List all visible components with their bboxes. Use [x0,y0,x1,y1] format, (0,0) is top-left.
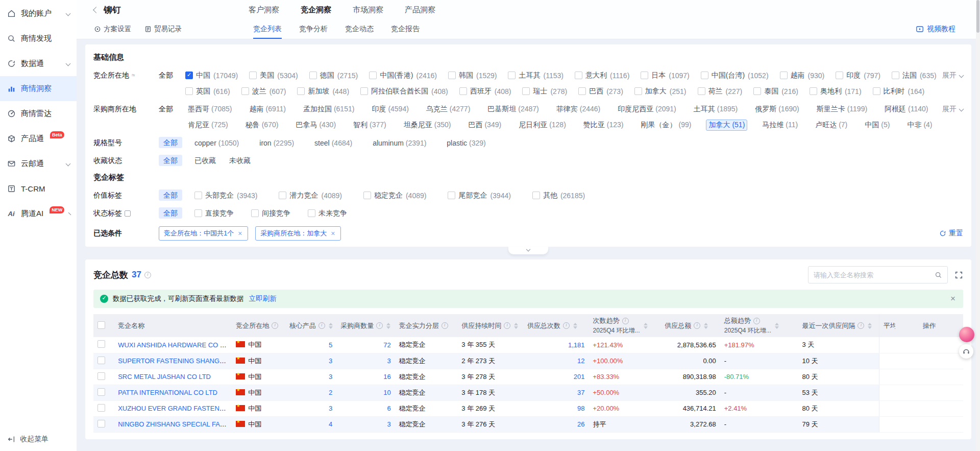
collapse-menu-button[interactable]: 收起菜单 [7,435,48,444]
table-row[interactable]: NINGBO ZHISHANG SPECIAL FAST... 中国 4 3 稳… [93,416,963,432]
buyers-count[interactable]: 72 [383,341,390,349]
checkbox[interactable] [508,72,516,79]
checkbox[interactable] [194,192,202,199]
checkbox[interactable] [810,87,817,95]
sidebar-item-tcrm[interactable]: T-CRM [0,176,77,201]
country-filter-option[interactable]: 泰国 (216) [753,87,798,96]
sort-icon[interactable] [514,323,518,329]
buyers-count[interactable]: 10 [383,389,390,396]
back-icon[interactable] [93,7,100,13]
country-filter-option[interactable]: 越南 (930) [780,71,825,80]
country-filter-option[interactable]: 韩国 (1529) [448,71,497,80]
buyer-country-option[interactable]: 赞比亚 (123) [581,120,626,131]
subtab-competitor-list[interactable]: 竞企列表 [253,19,282,39]
checkbox[interactable] [309,72,317,79]
sort-icon[interactable] [868,323,872,329]
value-tag-option[interactable]: 头部竞企 (3943) [194,191,257,200]
country-filter-option[interactable]: 西班牙 (408) [459,87,511,96]
company-name-link[interactable]: XUZHOU EVER GRAND FASTENERS... [118,405,232,412]
search-icon[interactable] [935,271,942,279]
scrollbar-thumb[interactable] [976,0,979,33]
supply-count[interactable]: 98 [577,405,584,412]
checkbox[interactable] [641,72,648,79]
selected-filter-tag[interactable]: 采购商所在地：加拿大 [255,226,341,241]
core-products-count[interactable]: 3 [329,405,332,412]
core-products-count[interactable]: 2 [329,389,332,396]
buyer-country-option[interactable]: 俄罗斯 (1690) [752,104,801,115]
country-filter-option[interactable]: 美国 (5304) [249,71,298,80]
country-filter-option[interactable]: 法国 (635) [892,71,937,80]
buyer-country-option[interactable]: 中非 (4) [904,120,935,131]
checkbox[interactable] [185,72,193,79]
filter-all-button[interactable]: 全部 [159,103,173,114]
filter-all-button[interactable]: 全部 [159,155,182,166]
supply-count[interactable]: 37 [577,389,584,396]
buyer-country-option[interactable]: 斯里兰卡 (1199) [814,104,870,115]
video-tutorial-button[interactable]: 视频教程 [916,25,955,34]
expand-button[interactable]: 展开 [942,101,963,117]
table-row[interactable]: WUXI ANSHIDA HARDWARE CO LTD 中国 5 72 稳定竞… [93,337,963,353]
subtab-competitor-report[interactable]: 竞企报告 [391,19,420,39]
checkbox[interactable] [522,87,530,95]
country-filter-option[interactable]: 英国 (616) [185,87,230,96]
company-name-link[interactable]: SUPERTOR FASTENING SHANGHAI... [118,357,232,365]
status-tag-option[interactable]: 间接竞争 [251,209,290,218]
buyer-country-option[interactable]: 土耳其 (1895) [691,104,740,115]
country-filter-option[interactable]: 新加坡 (448) [297,87,349,96]
checkbox[interactable] [241,87,249,95]
checkbox[interactable] [448,72,456,79]
buyer-country-option[interactable]: 巴基斯坦 (2487) [485,104,541,115]
checkbox[interactable] [249,72,257,79]
company-name-link[interactable]: NINGBO ZHISHANG SPECIAL FAST... [118,420,232,428]
core-products-count[interactable]: 3 [329,373,332,381]
sort-icon[interactable] [386,323,390,329]
tab-competitor-insight[interactable]: 竞企洞察 [301,5,331,15]
fullscreen-icon[interactable] [954,271,963,279]
company-name-link[interactable]: SRC METAL JIASHAN CO LTD [118,373,211,381]
buyers-count[interactable]: 6 [387,405,391,412]
value-tag-option[interactable]: 稳定竞企 (4089) [363,191,426,200]
spec-option[interactable]: copper (1050) [194,139,239,147]
row-checkbox[interactable] [97,340,105,348]
checkbox[interactable] [448,192,455,199]
value-tag-option[interactable]: 潜力竞企 (4089) [279,191,341,200]
service-avatar[interactable] [959,327,974,342]
checkbox[interactable] [873,87,880,95]
supply-count[interactable]: 26 [577,420,584,428]
filter-all-button[interactable]: 全部 [159,137,182,148]
buyer-country-option[interactable]: 巴拿马 (430) [293,120,338,131]
core-products-count[interactable]: 5 [329,341,332,349]
select-all-checkbox[interactable] [97,321,105,329]
close-icon[interactable] [331,230,336,238]
checkbox[interactable] [185,87,193,95]
filter-all-button[interactable]: 全部 [159,207,182,219]
checkbox[interactable] [360,87,368,95]
spec-option[interactable]: plastic (329) [447,139,485,147]
plan-settings-button[interactable]: 方案设置 [94,25,131,34]
status-tag-option[interactable]: 未来竞争 [308,209,347,218]
country-filter-option[interactable]: 意大利 (1116) [575,71,629,80]
country-filter-option[interactable]: 奥地利 (171) [810,87,862,96]
checkbox[interactable] [308,209,315,217]
buyer-country-option[interactable]: 坦桑尼亚 (350) [401,120,454,131]
checkbox[interactable] [279,192,286,199]
buyer-country-option[interactable]: 菲律宾 (2446) [554,104,603,115]
trade-records-button[interactable]: 贸易记录 [144,25,182,34]
sort-icon[interactable] [573,323,577,329]
tab-product-insight[interactable]: 产品洞察 [405,5,435,15]
sidebar-item-data-link[interactable]: 数据通 [0,51,77,76]
tab-customer-insight[interactable]: 客户洞察 [249,5,279,15]
country-filter-option[interactable]: 印度 (797) [836,71,880,80]
sidebar-item-business-insight[interactable]: 商情洞察 [0,76,77,101]
checkbox[interactable] [251,209,259,217]
close-icon[interactable] [238,230,243,238]
checkbox[interactable] [194,209,202,217]
checkbox[interactable] [753,87,761,95]
buyer-country-option[interactable]: 刚果（金） (99) [639,120,694,131]
table-row[interactable]: PATTA INTERNATIONAL CO LTD 中国 2 10 稳定竞企 … [93,385,963,400]
buyers-count[interactable]: 3 [387,420,391,428]
row-checkbox[interactable] [97,404,105,412]
tab-market-insight[interactable]: 市场洞察 [353,5,383,15]
row-checkbox[interactable] [97,357,105,364]
buyer-country-option[interactable]: 加拿大 (51) [706,120,747,131]
